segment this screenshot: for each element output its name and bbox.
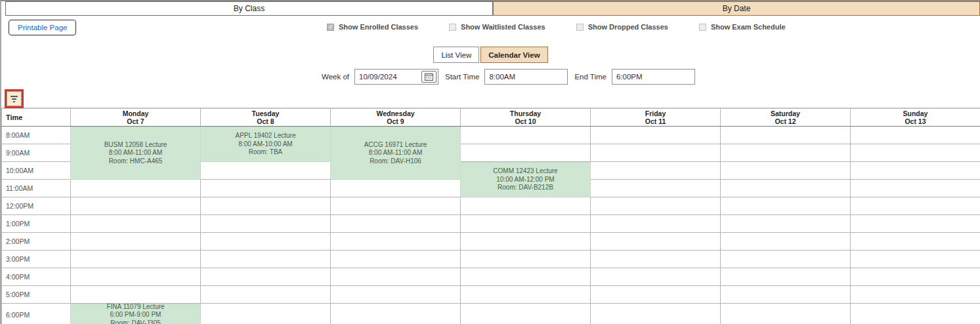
start-time-label: Start Time: [445, 73, 479, 81]
calendar-cell: [201, 268, 331, 286]
calendar-cell: [461, 304, 591, 324]
week-controls: Week of Start Time End Time: [1, 68, 980, 85]
class-event-block: ACCG 16971 Lecture8:00 AM-11:00 AMRoom: …: [330, 127, 461, 180]
filter-checkbox-group: Show Enrolled Classes Show Waitlisted Cl…: [327, 23, 786, 31]
calendar-cell: [201, 233, 331, 251]
tab-bar: By Class By Date: [5, 1, 980, 16]
calendar-cell: [721, 180, 851, 197]
calendar-cell: [461, 268, 591, 286]
calendar-picker-icon[interactable]: [421, 71, 437, 83]
checkbox-show-exam[interactable]: [699, 24, 706, 31]
tab-by-class[interactable]: By Class: [5, 1, 493, 16]
calendar-cell: [591, 286, 721, 304]
class-event-block: BUSM 12058 Lecture8:00 AM-11:00 AMRoom: …: [70, 127, 201, 180]
filter-show-enrolled[interactable]: Show Enrolled Classes: [327, 23, 418, 31]
day-column-header: FridayOct 11: [591, 109, 721, 127]
event-course: FINA 11079 Lecture: [106, 303, 164, 312]
time-row-label: 11:00AM: [2, 180, 71, 197]
calendar-cell: [721, 251, 851, 268]
calendar-cell: [201, 197, 331, 215]
class-event-block: APPL 19402 Lecture8:00 AM-10:00 AMRoom: …: [200, 127, 331, 162]
calendar-cell: [71, 180, 201, 197]
calendar-cell: [851, 304, 980, 324]
checkbox-show-waitlisted[interactable]: [449, 24, 456, 31]
time-row-label: 9:00AM: [2, 144, 71, 162]
calendar-cell: [591, 162, 721, 180]
controls-row: Printable Page Show Enrolled Classes Sho…: [1, 20, 980, 42]
calendar-cell: [201, 162, 331, 180]
calendar-cell: [331, 197, 461, 215]
week-of-label: Week of: [322, 73, 349, 81]
calendar-cell: [201, 180, 331, 197]
calendar-cell: [851, 215, 980, 233]
day-column-header: SaturdayOct 12: [721, 109, 851, 127]
week-of-input[interactable]: [355, 73, 421, 81]
calendar-grid: TimeMondayOct 7TuesdayOct 8WednesdayOct …: [1, 108, 980, 324]
calendar-cell: [851, 251, 980, 268]
weekly-calendar: TimeMondayOct 7TuesdayOct 8WednesdayOct …: [1, 88, 980, 324]
start-time-input[interactable]: [484, 69, 568, 85]
tab-by-date[interactable]: By Date: [493, 1, 980, 16]
calendar-cell: [591, 127, 721, 144]
printable-page-button[interactable]: Printable Page: [9, 20, 76, 35]
calendar-cell: [591, 233, 721, 251]
day-column-header: SundayOct 13: [851, 109, 980, 127]
calendar-cell: [461, 127, 591, 144]
view-toggle: List View Calendar View: [1, 47, 980, 63]
week-of-field: [354, 69, 438, 85]
filter-icon-button[interactable]: [7, 91, 22, 106]
calendar-cell: [331, 180, 461, 197]
calendar-cell: [461, 215, 591, 233]
calendar-cell: [461, 197, 591, 215]
checkbox-show-dropped[interactable]: [576, 24, 584, 31]
calendar-cell: [851, 268, 980, 286]
calendar-cell: [721, 144, 851, 162]
end-time-input[interactable]: [612, 69, 695, 85]
filter-show-waitlisted[interactable]: Show Waitlisted Classes: [449, 23, 545, 31]
event-room: Room: DAV-J305: [110, 319, 161, 324]
calendar-toolbar: [1, 88, 980, 108]
day-column-header: MondayOct 7: [71, 109, 201, 127]
event-time: 8:00 AM-11:00 AM: [109, 149, 163, 157]
time-row-label: 6:00PM: [2, 304, 71, 324]
calendar-cell: [201, 286, 331, 304]
calendar-cell: [721, 127, 851, 144]
calendar-cell: [591, 251, 721, 268]
event-room: Room: HMC-A465: [109, 157, 163, 166]
day-column-header: TuesdayOct 8: [201, 109, 331, 127]
event-course: COMM 12423 Lecture: [493, 167, 557, 176]
event-time: 8:00 AM-11:00 AM: [369, 149, 423, 157]
calendar-cell: [591, 180, 721, 197]
calendar-cell: [461, 286, 591, 304]
filter-show-exam[interactable]: Show Exam Schedule: [699, 23, 786, 31]
calendar-cell: [71, 215, 201, 233]
calendar-cell: [461, 251, 591, 268]
list-view-button[interactable]: List View: [433, 47, 479, 63]
calendar-cell: [721, 268, 851, 286]
day-column-header: WednesdayOct 9: [331, 109, 461, 127]
calendar-cell: [71, 233, 201, 251]
time-row-label: 10:00AM: [2, 162, 71, 180]
calendar-cell: [851, 286, 980, 304]
calendar-cell: [851, 144, 980, 162]
time-row-label: 4:00PM: [2, 268, 71, 286]
checkbox-show-enrolled[interactable]: [327, 24, 334, 31]
calendar-view-button[interactable]: Calendar View: [480, 47, 547, 63]
calendar-cell: [721, 233, 851, 251]
checkbox-label: Show Waitlisted Classes: [461, 23, 545, 31]
calendar-cell: [591, 144, 721, 162]
calendar-cell: [331, 215, 461, 233]
calendar-cell: [721, 162, 851, 180]
calendar-cell: [331, 251, 461, 268]
calendar-cell: [331, 233, 461, 251]
calendar-cell: [201, 304, 331, 324]
calendar-cell: [71, 268, 201, 286]
checkbox-label: Show Dropped Classes: [588, 23, 668, 31]
event-time: 10:00 AM-12:00 PM: [496, 176, 554, 184]
calendar-cell: [201, 251, 331, 268]
filter-show-dropped[interactable]: Show Dropped Classes: [576, 23, 668, 31]
calendar-cell: [331, 286, 461, 304]
event-course: ACCG 16971 Lecture: [364, 141, 427, 150]
calendar-cell: [461, 233, 591, 251]
calendar-cell: [591, 268, 721, 286]
